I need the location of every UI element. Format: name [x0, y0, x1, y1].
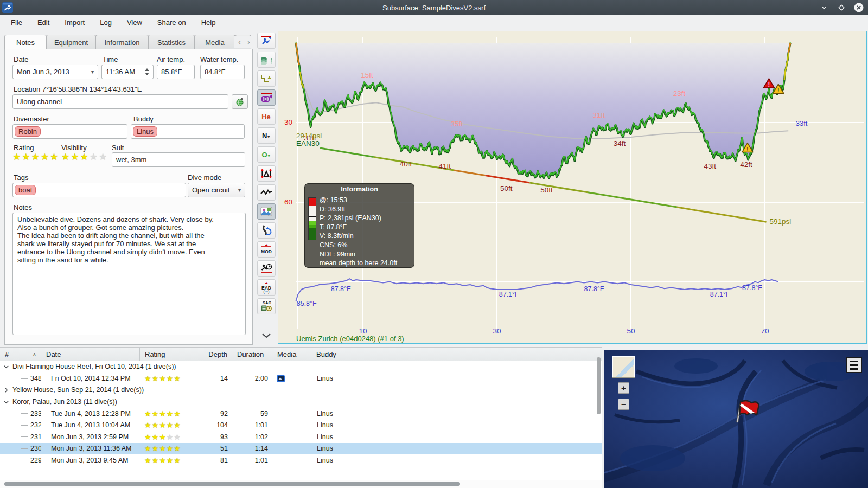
- gas-switch-toolbar-button[interactable]: [257, 222, 276, 239]
- map-overview-thumbnail[interactable]: [612, 356, 635, 378]
- tab-notes[interactable]: Notes: [4, 35, 47, 49]
- collapse-trip-icon[interactable]: [3, 364, 10, 370]
- tab-equipment[interactable]: Equipment: [46, 35, 96, 49]
- heart-rate-toolbar-button[interactable]: [257, 184, 276, 201]
- waves-toolbar-button[interactable]: [257, 52, 276, 68]
- menu-item-edit[interactable]: Edit: [31, 16, 56, 29]
- deco-info-toolbar-button[interactable]: [257, 165, 276, 182]
- oxygen-graph-toolbar-button[interactable]: O₂: [257, 146, 276, 163]
- dive-date: Mon Jun 3, 2013 9:45 AM: [41, 454, 140, 466]
- map-zoom-out-button[interactable]: −: [618, 399, 629, 410]
- expand-trip-icon[interactable]: [3, 387, 10, 394]
- divemaster-tag[interactable]: Robin: [15, 126, 41, 137]
- calculated-ceiling-toolbar-button[interactable]: [257, 70, 276, 87]
- location-map-button[interactable]: [232, 94, 248, 109]
- column-header-duration[interactable]: Duration: [232, 348, 272, 361]
- suit-field[interactable]: wet, 3mm: [112, 152, 245, 167]
- tags-tag[interactable]: boat: [15, 185, 36, 195]
- date-combobox[interactable]: Mon Jun 3, 2013▾: [12, 65, 98, 79]
- dc-reported-ceiling-icon: [260, 262, 273, 275]
- star-icon: ★: [90, 152, 99, 162]
- tooltip-line: P: 2,381psi (EAN30): [320, 214, 397, 223]
- trip-label: Koror, Palau, Jun 2013 (11 dive(s)): [12, 398, 117, 406]
- tab-statistics[interactable]: Statistics: [148, 35, 195, 49]
- nitrogen-graph-toolbar-button[interactable]: N₂: [257, 127, 276, 144]
- menu-item-view[interactable]: View: [120, 16, 149, 29]
- dive-date: Mon Jun 3, 2013 11:36 AM: [41, 443, 140, 455]
- show-photos-toolbar-button[interactable]: [257, 203, 276, 220]
- profile-toolbar: HeN₂O₂+MOD+EAD(···)SAC: [254, 33, 278, 346]
- menu-item-log[interactable]: Log: [93, 16, 118, 29]
- mod-toolbar-button[interactable]: +MOD: [257, 241, 276, 258]
- buddy-tag[interactable]: Linus: [133, 126, 157, 137]
- menu-item-import[interactable]: Import: [58, 16, 91, 29]
- tags-field[interactable]: boat: [12, 183, 186, 197]
- airtemp-field[interactable]: 85.8°F: [157, 65, 195, 79]
- menu-bar: FileEditImportLogViewShare onHelp: [0, 15, 868, 30]
- dc-ceiling-toolbar-button[interactable]: [257, 89, 276, 106]
- visibility-stars[interactable]: ★★★★★: [61, 151, 108, 163]
- trip-row[interactable]: Divi Flamingo House Reef, Fri Oct 10, 20…: [0, 361, 602, 373]
- menu-item-file[interactable]: File: [4, 16, 29, 29]
- tab-information[interactable]: Information: [95, 35, 149, 49]
- trip-row[interactable]: Yellow House, Sun Sep 21, 2014 (1 dive(s…: [0, 384, 602, 396]
- trip-row[interactable]: Koror, Palau, Jun 2013 (11 dive(s)): [0, 396, 602, 408]
- tab-scroll-left-icon[interactable]: ‹: [235, 36, 244, 48]
- map-menu-button[interactable]: [846, 357, 862, 373]
- dive-number: 232: [0, 420, 41, 432]
- column-header-media[interactable]: Media: [272, 348, 311, 361]
- minimize-button[interactable]: [819, 3, 829, 12]
- dive-site-map[interactable]: + −: [604, 350, 868, 488]
- time-value: 11:36 AM: [106, 68, 135, 76]
- divemaster-field[interactable]: Robin: [12, 124, 127, 139]
- dive-row[interactable]: 231Mon Jun 3, 2013 2:59 PM★★★★★931:02Lin…: [0, 431, 602, 443]
- dc-ceiling-icon: [260, 91, 273, 104]
- rating-stars[interactable]: ★★★★★: [12, 151, 59, 163]
- sac-rate-toolbar-button[interactable]: SAC: [257, 298, 276, 314]
- dc-reported-ceiling-toolbar-button[interactable]: [257, 260, 276, 277]
- column-header-num[interactable]: #∧: [0, 348, 41, 361]
- dive-list-vertical-scrollbar[interactable]: [597, 357, 601, 414]
- dive-row[interactable]: 229Mon Jun 3, 2013 9:45 AM★★★★★811:01Lin…: [0, 454, 602, 466]
- divemode-combobox[interactable]: Open circuit▾: [188, 183, 245, 197]
- ead-toolbar-button[interactable]: +EAD(···): [257, 279, 276, 296]
- column-header-rating[interactable]: Rating: [140, 348, 194, 361]
- dive-row[interactable]: 233Tue Jun 4, 2013 12:28 PM★★★★★9259Linu…: [0, 408, 602, 420]
- svg-text:42ft: 42ft: [740, 160, 752, 169]
- column-header-buddy[interactable]: Buddy: [311, 348, 602, 361]
- dive-row[interactable]: 232Tue Jun 4, 2013 10:04 AM★★★★★1041:01L…: [0, 420, 602, 432]
- tab-scroll-right-icon[interactable]: ›: [245, 36, 253, 48]
- location-field[interactable]: Ulong channel: [12, 94, 228, 109]
- tab-media[interactable]: Media: [194, 35, 235, 49]
- sac-rate-icon: SAC: [260, 300, 273, 313]
- profile-info-tooltip[interactable]: Information @: 15:53D: 36.9ftP: 2,381psi…: [304, 183, 414, 268]
- column-header-depth[interactable]: Depth: [194, 348, 232, 361]
- dive-duration: 1:14: [232, 443, 272, 455]
- collapse-toolbar-button[interactable]: [257, 327, 276, 343]
- time-spinbox[interactable]: 11:36 AM: [101, 65, 154, 79]
- svg-text:87.1°F: 87.1°F: [710, 291, 730, 298]
- dive-profile-toolbar-button[interactable]: [257, 33, 276, 49]
- svg-text:87.8°F: 87.8°F: [331, 285, 351, 293]
- menu-item-share-on[interactable]: Share on: [151, 16, 193, 29]
- dive-rating: ★★★★★: [140, 454, 194, 466]
- collapse-trip-icon[interactable]: [3, 399, 10, 406]
- helium-graph-toolbar-button[interactable]: He: [257, 108, 276, 125]
- svg-text:MOD: MOD: [261, 249, 272, 254]
- map-zoom-in-button[interactable]: +: [618, 382, 629, 394]
- dive-row[interactable]: 230Mon Jun 3, 2013 11:36 AM★★★★★511:14Li…: [0, 443, 602, 455]
- dive-info-panel: NotesEquipmentInformationStatisticsMedia…: [4, 35, 253, 346]
- dive-flag-marker[interactable]: [733, 399, 761, 425]
- watertemp-field[interactable]: 84.8°F: [200, 65, 245, 79]
- spinner-arrows-icon[interactable]: [145, 68, 149, 75]
- tooltip-legend-strip: [308, 197, 316, 240]
- buddy-field[interactable]: Linus: [131, 124, 245, 139]
- dive-list-horizontal-scrollbar[interactable]: [0, 480, 602, 488]
- dive-row[interactable]: 348Fri Oct 10, 2014 12:34 PM★★★★★142:00L…: [0, 373, 602, 385]
- column-header-date[interactable]: Date: [41, 348, 140, 361]
- notes-textarea[interactable]: Unbelievable dive. Dozens and dozens of …: [12, 213, 246, 335]
- maximize-button[interactable]: [837, 3, 846, 12]
- menu-item-help[interactable]: Help: [195, 16, 222, 29]
- close-button[interactable]: [854, 3, 864, 12]
- dive-profile-chart[interactable]: 85.8°F87.8°F87.1°F87.8°F87.1°F87.8°F31ft…: [278, 31, 867, 344]
